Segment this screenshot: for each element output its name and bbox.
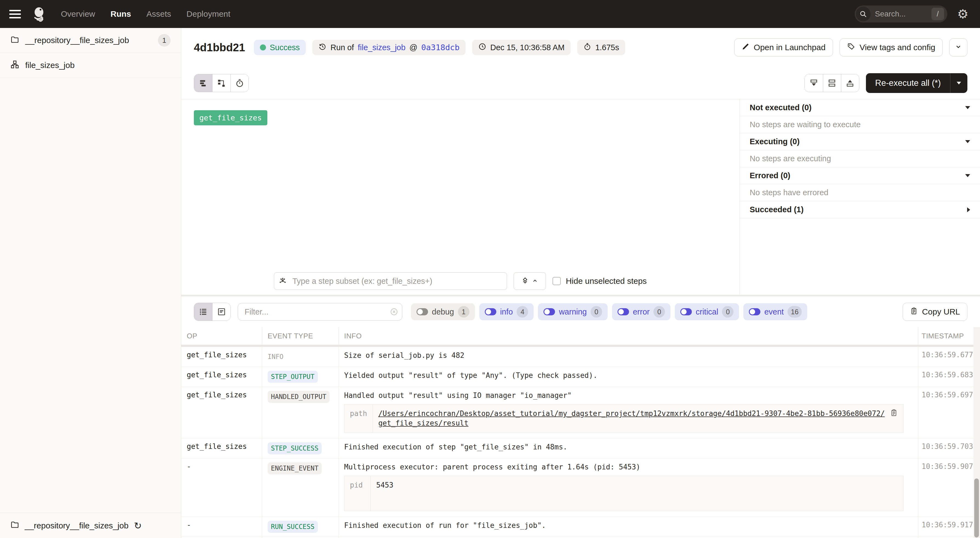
column-header-timestamp: TIMESTAMP (918, 327, 980, 345)
gantt-flat-view-button[interactable] (194, 74, 212, 92)
gantt-step-get-file-sizes[interactable]: get_file_sizes (194, 110, 267, 125)
triangle-down-icon (965, 174, 970, 177)
structured-view-icon (217, 307, 226, 317)
log-op-cell: get_file_sizes (181, 387, 262, 438)
log-row[interactable]: -RUN_SUCCESSFinished execution of run fo… (181, 517, 980, 537)
log-row[interactable]: get_file_sizesSTEP_SUCCESSFinished execu… (181, 438, 980, 458)
gantt-timer-view-button[interactable] (230, 74, 248, 92)
job-link[interactable]: file_sizes_job (358, 43, 406, 52)
log-level-toggle-error[interactable]: error0 (612, 303, 670, 320)
gantt-waterfall-view-button[interactable] (212, 74, 230, 92)
log-table-header: OPEVENT TYPEINFOTIMESTAMP (181, 327, 980, 345)
log-timestamp-cell: 10:36:59.907 (918, 458, 980, 517)
column-header-op: OP (181, 327, 262, 345)
dagster-logo[interactable] (31, 5, 49, 23)
search-icon (856, 6, 870, 21)
log-event-type-cell: HANDLED_OUTPUT (262, 387, 339, 438)
re-execute-all-button[interactable]: Re-execute all (*) (866, 73, 950, 93)
collapse-top-panel-button[interactable] (841, 74, 859, 92)
top-nav: OverviewRunsAssetsDeployment / ⚙ (0, 0, 980, 28)
nav-link-overview[interactable]: Overview (61, 10, 95, 19)
status-badge: Success (254, 40, 306, 55)
log-scrollbar-thumb[interactable] (974, 479, 979, 538)
log-row[interactable]: -ENGINE_EVENTMultiprocess executor: pare… (181, 458, 980, 517)
log-message: Finished execution of step "get_file_siz… (344, 442, 913, 452)
nav-links: OverviewRunsAssetsDeployment (61, 10, 230, 19)
log-op-cell: - (181, 537, 262, 538)
log-row[interactable]: get_file_sizesSTEP_OUTPUTYielded output … (181, 367, 980, 387)
log-info-cell: Handled output "result" using IO manager… (339, 387, 918, 438)
log-list-view-button[interactable] (194, 303, 212, 320)
step-section-succeeded-1[interactable]: Succeeded (1) (740, 201, 980, 218)
log-level-toggle-event[interactable]: event16 (743, 303, 807, 320)
nav-link-deployment[interactable]: Deployment (186, 10, 230, 19)
sidebar-item-repository-file-sizes-job[interactable]: __repository__file_sizes_job1 (0, 28, 181, 53)
split-panels-button[interactable] (823, 74, 841, 92)
commit-hash-link[interactable]: 0a318dcb (421, 43, 460, 52)
gantt-chart: get_file_sizes (181, 99, 740, 295)
log-filter-input[interactable] (238, 303, 402, 320)
search-key-hint: / (931, 8, 944, 20)
toggle-switch-icon (544, 308, 555, 315)
re-execute-options-button[interactable] (950, 73, 967, 93)
view-tags-config-button[interactable]: View tags and config (840, 38, 943, 56)
search-input[interactable] (875, 10, 921, 19)
graph-query-button[interactable] (514, 272, 546, 290)
sidebar-item-label: __repository__file_sizes_job (25, 36, 129, 45)
hide-unselected-steps-checkbox[interactable]: Hide unselected steps (552, 276, 647, 286)
global-search[interactable]: / (855, 5, 947, 22)
hamburger-menu-icon[interactable] (8, 6, 26, 22)
step-section-executing-0[interactable]: Executing (0) (740, 133, 980, 150)
log-toolbar: debug1info4warning0error0critical0event1… (181, 296, 980, 327)
log-level-toggle-info[interactable]: info4 (479, 303, 534, 320)
log-info-cell: Multiprocess executor: parent process ex… (339, 458, 918, 517)
column-header-event-type: EVENT TYPE (262, 327, 339, 345)
timer-icon (235, 78, 244, 88)
log-op-cell: - (181, 517, 262, 536)
clock-icon (478, 43, 487, 53)
detail-path-link[interactable]: /Users/erincochran/Desktop/asset_tutoria… (379, 409, 886, 428)
log-level-label: event (764, 307, 784, 317)
re-execute-split-button: Re-execute all (*) (866, 73, 967, 93)
log-message: Finished execution of run for "file_size… (344, 521, 913, 530)
repository-label: __repository__file_sizes_job (25, 521, 129, 530)
log-op-cell: - (181, 458, 262, 517)
step-subset-input[interactable] (274, 272, 507, 290)
run-actions-chevron-button[interactable] (949, 38, 967, 56)
log-row[interactable]: get_file_sizesINFOSize of serial_job.py … (181, 347, 980, 367)
log-event-type-cell: STEP_OUTPUT (262, 367, 339, 387)
toggle-switch-icon (617, 308, 629, 315)
step-status-panel: Not executed (0)No steps are waiting to … (740, 99, 980, 295)
toggle-switch-icon (680, 308, 692, 315)
log-event-type-cell: RUN_SUCCESS (262, 517, 339, 536)
log-message: Handled output "result" using IO manager… (344, 391, 913, 400)
log-level-toggle-debug[interactable]: debug1 (411, 303, 475, 320)
status-dot-icon (260, 45, 266, 51)
nav-link-runs[interactable]: Runs (110, 10, 131, 19)
panel-layout-segmented (805, 74, 859, 92)
log-level-toggle-warning[interactable]: warning0 (538, 303, 608, 320)
log-row[interactable]: -ENGINE_EVENTProcess for run exited (pid… (181, 537, 980, 538)
expand-bottom-panel-button[interactable] (805, 74, 823, 92)
nav-link-assets[interactable]: Assets (146, 10, 171, 19)
gear-icon[interactable]: ⚙ (957, 8, 969, 20)
clear-filter-icon[interactable] (390, 307, 398, 317)
log-structured-view-button[interactable] (212, 303, 230, 320)
log-info-cell: Finished execution of step "get_file_siz… (339, 438, 918, 458)
log-scrollbar (974, 327, 980, 538)
open-in-launchpad-button[interactable]: Open in Launchpad (734, 38, 833, 56)
sidebar-bottom-repository[interactable]: __repository__file_sizes_job ↻ (0, 513, 181, 538)
log-row[interactable]: get_file_sizesHANDLED_OUTPUTHandled outp… (181, 387, 980, 438)
log-level-toggle-critical[interactable]: critical0 (675, 303, 739, 320)
log-timestamp-cell: 10:36:59.934 (918, 537, 980, 538)
step-section-errored-0[interactable]: Errored (0) (740, 167, 980, 184)
copy-path-icon[interactable] (890, 409, 898, 419)
sidebar-item-file-sizes-job[interactable]: file_sizes_job (0, 53, 181, 78)
event-type-badge: STEP_SUCCESS (267, 442, 321, 454)
refresh-icon[interactable]: ↻ (134, 520, 142, 531)
stopwatch-icon (583, 43, 592, 53)
log-section: debug1info4warning0error0critical0event1… (181, 296, 980, 538)
step-section-not-executed-0[interactable]: Not executed (0) (740, 99, 980, 116)
step-section-message: No steps are executing (740, 150, 980, 167)
copy-url-button[interactable]: Copy URL (903, 303, 967, 321)
